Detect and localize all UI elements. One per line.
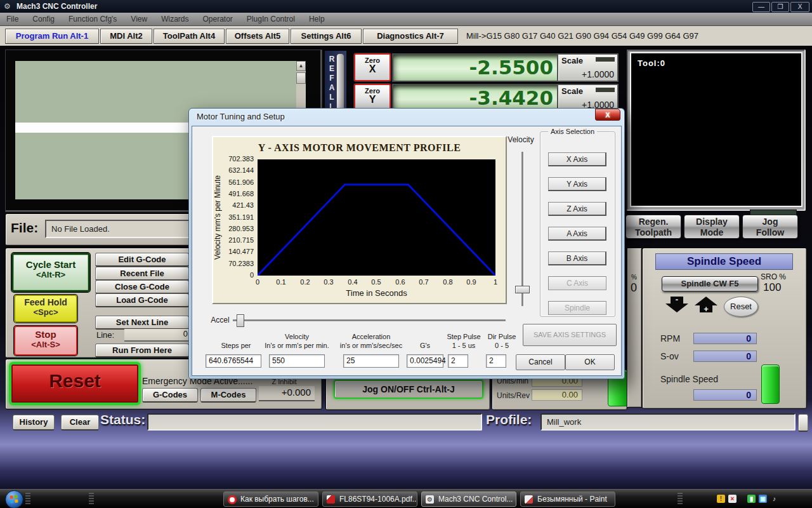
display-mode-button[interactable]: Display Mode (684, 215, 740, 239)
x-tick: 0.3 (319, 278, 338, 286)
m-codes-button[interactable]: M-Codes (200, 388, 256, 403)
velocity-slider-track[interactable] (521, 152, 524, 306)
recent-file-button[interactable]: Recent File (95, 267, 189, 281)
acceleration-input[interactable]: 25 (343, 354, 399, 368)
run-from-here-button[interactable]: Run From Here (95, 344, 189, 358)
tray-network-activity-icon[interactable]: ▮ (747, 495, 756, 503)
menu-operator[interactable]: Operator (203, 15, 233, 23)
zero-x-button[interactable]: Zero X (354, 53, 391, 81)
clear-button[interactable]: Clear (61, 415, 99, 431)
z-inhibit-value[interactable]: +0.000 (259, 386, 315, 401)
menu-view[interactable]: View (131, 15, 147, 23)
taskbar-button-opera[interactable]: Как выбрать шагов... (223, 491, 318, 507)
feedrate-panel-sliver: % 0 (627, 248, 642, 408)
accel-slider-track[interactable] (233, 319, 506, 322)
close-gcode-button[interactable]: Close G-Code (95, 280, 189, 294)
rpm-value: 0 (693, 333, 757, 344)
scrollbar-thumb[interactable] (296, 72, 306, 84)
spindle-cw-button[interactable]: Spindle CW F5 (662, 276, 758, 291)
jog-follow-button[interactable]: Jog Follow (742, 215, 798, 239)
step-pulse-input[interactable]: 2 (448, 354, 468, 368)
status-field[interactable] (147, 413, 482, 431)
accel-slider-thumb[interactable] (237, 314, 244, 327)
spindle-increase-button[interactable]: + (695, 297, 717, 314)
b-axis-button[interactable]: B Axis (548, 251, 606, 265)
velocity-input[interactable]: 550 (269, 354, 325, 368)
y-tick: 280.953 (223, 225, 254, 232)
x-tick: 1 (486, 278, 505, 286)
jog-onoff-button[interactable]: Jog ON/OFF Ctrl-Alt-J (334, 380, 483, 399)
regen-line1: Regen. (626, 217, 681, 227)
regen-toolpath-button[interactable]: Regen. Toolpath (625, 215, 681, 239)
taskbar-button-paint[interactable]: Безымянный - Paint (520, 491, 615, 507)
menu-file[interactable]: File (6, 15, 18, 23)
set-next-line-button[interactable]: Set Next Line (95, 316, 189, 330)
tray-warning-icon[interactable]: ! (717, 495, 725, 503)
restore-button[interactable]: ❐ (771, 2, 789, 12)
dir-pulse-label: Dir Pulse 0 - 5 (481, 332, 522, 350)
minimize-button[interactable]: — (752, 2, 770, 12)
save-axis-settings-button[interactable]: SAVE AXIS SETTINGS (523, 324, 617, 346)
spindle-speed-label: Spindle Speed (660, 374, 718, 384)
x-axis-button[interactable]: X Axis (548, 152, 606, 166)
menu-config[interactable]: Config (32, 15, 55, 23)
tray-error-icon[interactable]: × (728, 495, 737, 503)
x-axis-dro[interactable]: -2.5500 (392, 53, 563, 82)
tab-settings[interactable]: Settings Alt6 (291, 29, 362, 44)
menu-wizards[interactable]: Wizards (161, 15, 188, 23)
mach3-screen: ⚙ Mach3 CNC Controller — ❐ X File Config… (0, 0, 812, 508)
y-axis-button[interactable]: Y Axis (548, 177, 606, 191)
reset-button[interactable]: Reset (9, 362, 141, 405)
dialog-close-icon[interactable]: X (595, 109, 620, 121)
steps-per-input[interactable]: 640.6765544 (206, 354, 261, 368)
close-button[interactable]: X (790, 2, 809, 12)
taskbar-button-pdf[interactable]: FL86ST94-1006A.pdf... (322, 491, 417, 507)
menu-plugin-control[interactable]: PlugIn Control (247, 15, 295, 23)
tab-offsets[interactable]: Offsets Alt5 (226, 29, 289, 44)
start-button[interactable] (5, 490, 23, 508)
step-pulse-label-line1: Step Pulse (443, 332, 484, 341)
x-tick: 0.8 (438, 278, 457, 286)
ref-letter: L (328, 93, 336, 102)
tab-mdi[interactable]: MDI Alt2 (100, 29, 152, 44)
dialog-title: Motor Tuning and Setup (197, 112, 285, 121)
z-axis-button[interactable]: Z Axis (548, 202, 606, 216)
velocity-field-label: Velocity In's or mm's per min. (259, 332, 334, 350)
tab-diagnostics[interactable]: Diagnostics Alt-7 (363, 29, 458, 44)
stop-button[interactable]: Stop <Alt-S> (14, 326, 77, 356)
g-codes-button[interactable]: G-Codes (142, 388, 198, 403)
a-axis-button[interactable]: A Axis (548, 227, 606, 241)
line-number-field[interactable]: 0 (124, 329, 190, 342)
feed-hold-hotkey: <Spc> (15, 307, 76, 317)
menu-function-cfgs[interactable]: Function Cfg's (69, 15, 117, 23)
x-scale-box[interactable]: Scale +1.0000 (557, 53, 619, 82)
spindle-speed-value: 0 (693, 389, 757, 401)
y-tick: 351.191 (223, 213, 254, 221)
velocity-slider-label: Velocity (504, 135, 537, 144)
tab-toolpath[interactable]: ToolPath Alt4 (154, 29, 225, 44)
tab-program-run[interactable]: Program Run Alt-1 (5, 29, 99, 44)
feed-hold-button[interactable]: Feed Hold <Spc> (14, 295, 77, 323)
menu-help[interactable]: Help (309, 15, 325, 23)
cycle-start-button[interactable]: Cycle Start <Alt-R> (11, 253, 90, 292)
sro-slider-thumb[interactable] (761, 364, 780, 404)
velocity-slider-thumb[interactable] (515, 286, 530, 293)
cancel-button[interactable]: Cancel (516, 354, 565, 370)
history-button[interactable]: History (13, 415, 55, 431)
scroll-up-icon[interactable]: ▲ (296, 61, 306, 71)
toolpath-canvas[interactable]: Tool:0 (630, 52, 802, 207)
spindle-decrease-button[interactable]: - (665, 297, 688, 314)
units-rev-value: 0.00 (532, 389, 582, 401)
edit-gcode-button[interactable]: Edit G-Code (95, 253, 189, 267)
screen-tab-bar: Program Run Alt-1 MDI Alt2 ToolPath Alt4… (0, 26, 812, 47)
tray-network-icon[interactable]: ▣ (759, 495, 767, 503)
sro-reset-button[interactable]: Reset (724, 297, 758, 317)
opera-icon (228, 495, 237, 504)
ok-button[interactable]: OK (565, 354, 615, 370)
taskbar-button-mach3[interactable]: ⚙ Mach3 CNC Control... (421, 491, 516, 507)
load-gcode-button[interactable]: Load G-Code (95, 293, 189, 307)
profile-field[interactable]: Mill_work (540, 413, 796, 431)
rpm-label: RPM (660, 333, 680, 344)
dir-pulse-input[interactable]: 2 (486, 354, 506, 368)
tray-volume-icon[interactable]: ♪ (770, 495, 778, 503)
